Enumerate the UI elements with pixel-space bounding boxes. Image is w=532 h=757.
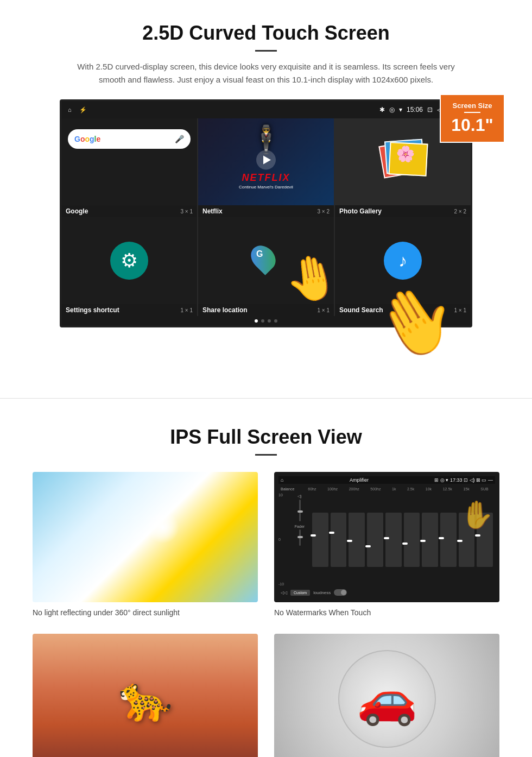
share-app-name: Share location xyxy=(202,306,248,314)
sunlight-bg xyxy=(33,472,258,602)
mic-icon[interactable]: 🎤 xyxy=(175,135,184,143)
settings-app-size: 1 × 1 xyxy=(180,307,193,313)
eq-freq-labels: 60hz 100hz 200hz 500hz 1k 2.5k 10k 12.5k… xyxy=(303,487,493,491)
navigation-dots xyxy=(61,316,471,326)
amp-hand-icon: ✋ xyxy=(460,499,494,531)
device-screen: ⌂ ⚡ ✱ ◎ ▾ 15:06 ⊡ ◁) ⊠ ▭ xyxy=(60,99,472,327)
features-grid: No light reflecting under 360° direct su… xyxy=(33,472,499,757)
netflix-app-name: Netflix xyxy=(202,207,223,215)
section1-description: With 2.5D curved-display screen, this de… xyxy=(76,60,456,86)
eq-scale-0: 0 xyxy=(278,538,289,541)
eq-thumb-2 xyxy=(329,532,334,534)
nav-dot-2 xyxy=(261,319,264,323)
amp-footer: ◁◁ Custom loudness xyxy=(278,587,495,598)
amplifier-bg: ⌂ Amplifier ⊞ ◎ ▾ 17:33 ⊡ ◁) ⊠ ▭ — Balan… xyxy=(274,472,499,602)
netflix-subtitle: Continue Marvel's Daredevil xyxy=(239,185,293,190)
google-search-widget[interactable]: Google 🎤 xyxy=(68,129,191,149)
eq-freq-60: 60hz xyxy=(308,487,316,491)
netflix-cell[interactable]: 🕴 NETFLIX Continue Marvel's Daredevil xyxy=(198,118,334,205)
amplifier-image: ⌂ Amplifier ⊞ ◎ ▾ 17:33 ⊡ ◁) ⊠ ▭ — Balan… xyxy=(274,472,499,602)
loudness-toggle[interactable] xyxy=(334,589,347,596)
eq-thumb-10 xyxy=(475,534,480,537)
eq-thumb-1 xyxy=(311,534,316,537)
photo-card-3: 🌸 xyxy=(388,142,428,176)
sound-label-row: Sound Search 1 × 1 xyxy=(335,304,471,316)
google-widget-cell[interactable]: Google 🎤 xyxy=(61,118,197,205)
home-icon: ⌂ xyxy=(68,106,72,113)
netflix-label-row: Netflix 3 × 2 xyxy=(198,205,334,217)
google-logo: Google xyxy=(74,135,100,143)
eq-freq-1k: 1k xyxy=(392,487,396,491)
amp-home-icon: ⌂ xyxy=(281,477,283,483)
nav-dot-1 xyxy=(255,319,258,323)
eq-slider-1[interactable] xyxy=(312,513,328,567)
hand-gesture: 🤚 xyxy=(281,249,334,304)
sunlight-image xyxy=(33,472,258,602)
gallery-app-name: Photo Gallery xyxy=(339,207,382,215)
sound-app-size: 1 × 1 xyxy=(454,307,466,313)
nav-dot-4 xyxy=(274,319,277,323)
app-labels-row2: Settings shortcut 1 × 1 Share location 1… xyxy=(61,304,471,316)
gmaps-g-letter: G xyxy=(256,249,263,259)
eq-slider-5[interactable] xyxy=(385,513,402,567)
amplifier-label: No Watermarks When Touch xyxy=(274,608,371,617)
fader-slider[interactable] xyxy=(299,529,301,546)
feature-car: 🚗 Large Viewing Angle xyxy=(274,634,499,757)
settings-app-name: Settings shortcut xyxy=(66,306,119,314)
photo-stack: 🌸 xyxy=(381,140,425,184)
eq-left-controls: ◁) Fader xyxy=(292,492,308,587)
custom-button[interactable]: Custom xyxy=(290,590,310,596)
badge-divider xyxy=(464,112,480,113)
section-ips: IPS Full Screen View No light reflecting… xyxy=(0,415,532,757)
eq-slider-7[interactable] xyxy=(422,513,438,567)
google-label-row: Google 3 × 1 xyxy=(61,205,197,217)
amp-loudness-label: loudness xyxy=(313,590,331,595)
badge-title: Screen Size xyxy=(449,102,495,110)
google-app-name: Google xyxy=(66,207,88,215)
gallery-label-row: Photo Gallery 2 × 2 xyxy=(335,205,471,217)
eq-slider-4[interactable] xyxy=(367,513,383,567)
eq-band-labels: Balance 60hz 100hz 200hz 500hz 1k 2.5k 1… xyxy=(278,487,495,491)
eq-balance-label: Balance xyxy=(281,487,302,491)
eq-freq-10k: 10k xyxy=(426,487,432,491)
sun-flare xyxy=(147,511,179,544)
eq-slider-2[interactable] xyxy=(331,513,347,567)
app-grid: Google 🎤 🕴 NETFLIX Continue Marvel's xyxy=(61,118,471,205)
app-grid-row2: ⚙ G 🤚 xyxy=(61,217,471,304)
eq-scale-neg10: -10 xyxy=(278,582,289,586)
spacer-after-screen xyxy=(0,338,532,382)
settings-label-row: Settings shortcut 1 × 1 xyxy=(61,304,197,316)
share-label-row: Share location 1 × 1 xyxy=(198,304,334,316)
status-bar-left: ⌂ ⚡ xyxy=(68,106,87,113)
usb-icon: ⚡ xyxy=(79,106,87,113)
feature-cheetah: 🐆 Super Fast Response xyxy=(33,634,258,757)
fader-control: Fader xyxy=(292,525,308,546)
cheetah-image: 🐆 xyxy=(33,634,258,757)
balance-slider[interactable] xyxy=(299,500,301,521)
eq-slider-3[interactable] xyxy=(349,513,365,567)
eq-slider-8[interactable] xyxy=(440,513,457,567)
eq-thumb-5 xyxy=(384,537,389,539)
balance-thumb xyxy=(297,510,303,513)
car-circle: 🚗 xyxy=(338,650,436,748)
share-location-cell[interactable]: G 🤚 xyxy=(198,217,334,304)
feature-amplifier: ⌂ Amplifier ⊞ ◎ ▾ 17:33 ⊡ ◁) ⊠ ▭ — Balan… xyxy=(274,472,499,617)
amp-title: Amplifier xyxy=(350,477,369,483)
flower-image: 🌸 xyxy=(396,144,416,163)
netflix-background: 🕴 NETFLIX Continue Marvel's Daredevil xyxy=(198,118,334,205)
eq-freq-500: 500hz xyxy=(370,487,381,491)
amp-icons: ⊞ ◎ ▾ 17:33 ⊡ ◁) ⊠ ▭ — xyxy=(434,477,493,483)
sound-search-cell[interactable]: ♪ xyxy=(335,217,471,304)
section1-title: 2.5D Curved Touch Screen xyxy=(33,22,499,45)
eq-freq-sub: SUB xyxy=(480,487,488,491)
eq-freq-100: 100hz xyxy=(327,487,338,491)
play-button[interactable] xyxy=(256,150,276,169)
ips-title-divider xyxy=(255,454,277,456)
section2-title: IPS Full Screen View xyxy=(33,426,499,449)
eq-thumb-7 xyxy=(420,540,426,542)
settings-cell[interactable]: ⚙ xyxy=(61,217,197,304)
camera-icon: ⊡ xyxy=(427,106,433,113)
sound-background: ♪ xyxy=(335,217,471,304)
car-icon: 🚗 xyxy=(357,671,417,728)
eq-slider-6[interactable] xyxy=(404,513,420,567)
